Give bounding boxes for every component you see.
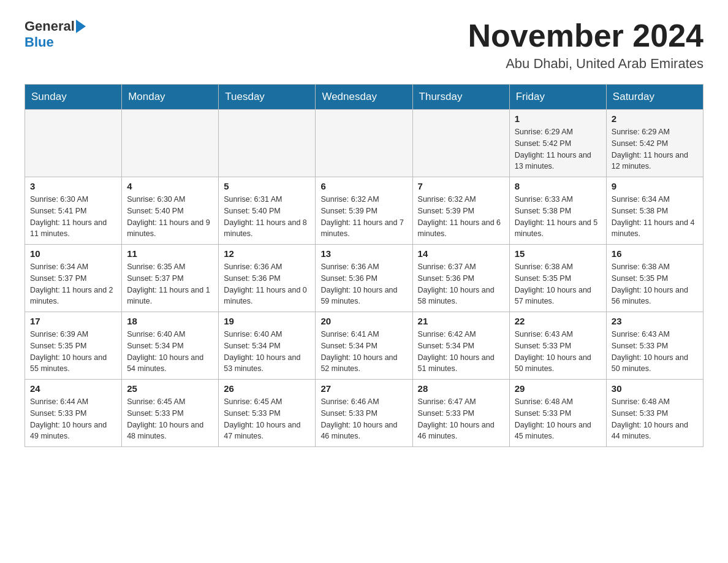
daylight-text: Daylight: 10 hours and 52 minutes. <box>320 352 407 375</box>
logo-general-text: General <box>25 18 75 34</box>
sunset-text: Sunset: 5:39 PM <box>418 205 504 217</box>
day-info: Sunrise: 6:40 AMSunset: 5:34 PMDaylight:… <box>127 329 213 375</box>
logo: General Blue <box>25 18 86 50</box>
sunset-text: Sunset: 5:36 PM <box>320 273 407 285</box>
sunrise-text: Sunrise: 6:40 AM <box>224 329 310 340</box>
sunrise-text: Sunrise: 6:39 AM <box>30 329 116 340</box>
day-info: Sunrise: 6:35 AMSunset: 5:37 PMDaylight:… <box>127 261 213 307</box>
sunrise-text: Sunrise: 6:47 AM <box>418 396 504 408</box>
day-info: Sunrise: 6:38 AMSunset: 5:35 PMDaylight:… <box>612 261 698 307</box>
sunrise-text: Sunrise: 6:41 AM <box>320 329 407 340</box>
day-info: Sunrise: 6:37 AMSunset: 5:36 PMDaylight:… <box>418 261 504 307</box>
daylight-text: Daylight: 11 hours and 12 minutes. <box>612 150 698 173</box>
sunrise-text: Sunrise: 6:40 AM <box>127 329 213 340</box>
daylight-text: Daylight: 11 hours and 1 minute. <box>127 285 213 308</box>
day-number: 4 <box>127 181 213 191</box>
day-number: 10 <box>30 248 116 259</box>
sunset-text: Sunset: 5:33 PM <box>320 408 407 419</box>
day-number: 17 <box>30 316 116 326</box>
sunset-text: Sunset: 5:37 PM <box>127 273 213 285</box>
day-number: 19 <box>224 316 310 326</box>
day-number: 28 <box>418 383 504 394</box>
sunrise-text: Sunrise: 6:29 AM <box>612 126 698 138</box>
sunset-text: Sunset: 5:34 PM <box>224 340 310 352</box>
daylight-text: Daylight: 11 hours and 13 minutes. <box>515 150 601 173</box>
daylight-text: Daylight: 10 hours and 50 minutes. <box>515 352 601 375</box>
calendar-cell: 15Sunrise: 6:38 AMSunset: 5:35 PMDayligh… <box>509 245 606 312</box>
daylight-text: Daylight: 10 hours and 48 minutes. <box>127 419 213 443</box>
sunset-text: Sunset: 5:33 PM <box>515 408 601 419</box>
daylight-text: Daylight: 11 hours and 9 minutes. <box>127 217 213 240</box>
day-number: 5 <box>224 181 310 191</box>
sunrise-text: Sunrise: 6:30 AM <box>30 194 116 205</box>
calendar-cell: 14Sunrise: 6:37 AMSunset: 5:36 PMDayligh… <box>412 245 509 312</box>
daylight-text: Daylight: 10 hours and 54 minutes. <box>127 352 213 375</box>
calendar-cell <box>412 110 509 177</box>
day-info: Sunrise: 6:29 AMSunset: 5:42 PMDaylight:… <box>515 126 601 172</box>
calendar-cell: 13Sunrise: 6:36 AMSunset: 5:36 PMDayligh… <box>316 245 412 312</box>
day-number: 1 <box>515 113 601 124</box>
sunrise-text: Sunrise: 6:32 AM <box>418 194 504 205</box>
day-info: Sunrise: 6:43 AMSunset: 5:33 PMDaylight:… <box>612 329 698 375</box>
day-info: Sunrise: 6:44 AMSunset: 5:33 PMDaylight:… <box>30 396 116 442</box>
daylight-text: Daylight: 11 hours and 0 minutes. <box>224 285 310 308</box>
calendar-cell: 26Sunrise: 6:45 AMSunset: 5:33 PMDayligh… <box>219 380 316 447</box>
daylight-text: Daylight: 10 hours and 45 minutes. <box>515 419 601 443</box>
logo-arrow-icon <box>76 20 86 33</box>
sunrise-text: Sunrise: 6:48 AM <box>612 396 698 408</box>
sunrise-text: Sunrise: 6:34 AM <box>30 261 116 273</box>
weekday-header-monday: Monday <box>122 85 219 110</box>
day-number: 21 <box>418 316 504 326</box>
day-info: Sunrise: 6:32 AMSunset: 5:39 PMDaylight:… <box>320 194 407 240</box>
day-number: 29 <box>515 383 601 394</box>
day-number: 3 <box>30 181 116 191</box>
day-number: 2 <box>612 113 698 124</box>
daylight-text: Daylight: 11 hours and 11 minutes. <box>30 217 116 240</box>
calendar-cell: 30Sunrise: 6:48 AMSunset: 5:33 PMDayligh… <box>606 380 703 447</box>
day-info: Sunrise: 6:39 AMSunset: 5:35 PMDaylight:… <box>30 329 116 375</box>
calendar-cell: 5Sunrise: 6:31 AMSunset: 5:40 PMDaylight… <box>219 177 316 245</box>
daylight-text: Daylight: 11 hours and 8 minutes. <box>224 217 310 240</box>
day-number: 12 <box>224 248 310 259</box>
sunrise-text: Sunrise: 6:33 AM <box>515 194 601 205</box>
calendar-cell <box>219 110 316 177</box>
day-number: 24 <box>30 383 116 394</box>
daylight-text: Daylight: 11 hours and 2 minutes. <box>30 285 116 308</box>
page-header: General Blue November 2024 Abu Dhabi, Un… <box>25 18 703 72</box>
day-number: 16 <box>612 248 698 259</box>
daylight-text: Daylight: 10 hours and 56 minutes. <box>612 285 698 308</box>
sunrise-text: Sunrise: 6:45 AM <box>127 396 213 408</box>
day-info: Sunrise: 6:46 AMSunset: 5:33 PMDaylight:… <box>320 396 407 442</box>
day-info: Sunrise: 6:29 AMSunset: 5:42 PMDaylight:… <box>612 126 698 172</box>
day-number: 20 <box>320 316 407 326</box>
calendar-cell: 4Sunrise: 6:30 AMSunset: 5:40 PMDaylight… <box>122 177 219 245</box>
day-info: Sunrise: 6:33 AMSunset: 5:38 PMDaylight:… <box>515 194 601 240</box>
calendar-cell: 20Sunrise: 6:41 AMSunset: 5:34 PMDayligh… <box>316 312 412 380</box>
sunrise-text: Sunrise: 6:32 AM <box>320 194 407 205</box>
location-title: Abu Dhabi, United Arab Emirates <box>468 56 703 72</box>
sunrise-text: Sunrise: 6:44 AM <box>30 396 116 408</box>
calendar-cell: 7Sunrise: 6:32 AMSunset: 5:39 PMDaylight… <box>412 177 509 245</box>
weekday-header-saturday: Saturday <box>606 85 703 110</box>
calendar-cell: 10Sunrise: 6:34 AMSunset: 5:37 PMDayligh… <box>25 245 122 312</box>
calendar-cell: 8Sunrise: 6:33 AMSunset: 5:38 PMDaylight… <box>509 177 606 245</box>
sunrise-text: Sunrise: 6:36 AM <box>224 261 310 273</box>
day-number: 9 <box>612 181 698 191</box>
calendar-cell: 9Sunrise: 6:34 AMSunset: 5:38 PMDaylight… <box>606 177 703 245</box>
sunset-text: Sunset: 5:40 PM <box>224 205 310 217</box>
daylight-text: Daylight: 10 hours and 51 minutes. <box>418 352 504 375</box>
daylight-text: Daylight: 11 hours and 6 minutes. <box>418 217 504 240</box>
sunrise-text: Sunrise: 6:31 AM <box>224 194 310 205</box>
daylight-text: Daylight: 10 hours and 46 minutes. <box>320 419 407 443</box>
daylight-text: Daylight: 10 hours and 50 minutes. <box>612 352 698 375</box>
sunset-text: Sunset: 5:40 PM <box>127 205 213 217</box>
month-title: November 2024 <box>468 18 703 53</box>
daylight-text: Daylight: 10 hours and 58 minutes. <box>418 285 504 308</box>
day-number: 30 <box>612 383 698 394</box>
weekday-header-wednesday: Wednesday <box>316 85 412 110</box>
day-number: 8 <box>515 181 601 191</box>
day-info: Sunrise: 6:36 AMSunset: 5:36 PMDaylight:… <box>320 261 407 307</box>
sunset-text: Sunset: 5:36 PM <box>224 273 310 285</box>
day-number: 27 <box>320 383 407 394</box>
sunset-text: Sunset: 5:34 PM <box>418 340 504 352</box>
